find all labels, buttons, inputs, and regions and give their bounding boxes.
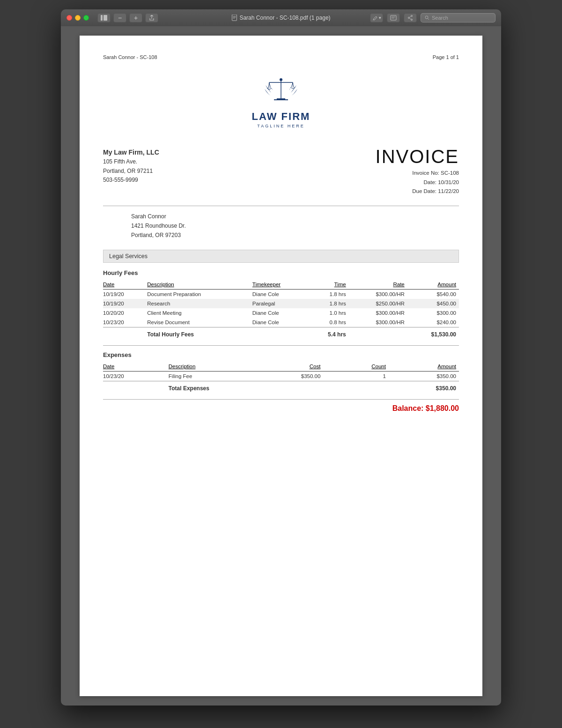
total-hourly-label: Total Hourly Fees xyxy=(147,327,310,340)
pdf-header: Sarah Connor - SC-108 Page 1 of 1 xyxy=(103,54,459,60)
col-time: Time xyxy=(310,280,349,290)
titlebar: − + Sarah Connor - SC-108.pdf (1 page) xyxy=(61,9,501,26)
col-timekeeper: Timekeeper xyxy=(252,280,310,290)
col-amount: Amount xyxy=(407,280,459,290)
billing-divider xyxy=(103,206,459,206)
total-expenses-label: Total Expenses xyxy=(169,381,330,394)
close-button[interactable] xyxy=(67,15,72,21)
firm-address1: 105 Fifth Ave. xyxy=(103,157,159,166)
pdf-page: Sarah Connor - SC-108 Page 1 of 1 xyxy=(80,36,482,696)
hourly-fees-title: Hourly Fees xyxy=(103,269,459,276)
page-number: Page 1 of 1 xyxy=(433,54,459,60)
svg-rect-0 xyxy=(101,15,103,21)
firm-legal-name: My Law Firm, LLC xyxy=(103,147,159,157)
billing-section: My Law Firm, LLC 105 Fifth Ave. Portland… xyxy=(103,147,459,196)
table-row: 10/19/20 Document Preparation Diane Cole… xyxy=(103,289,459,299)
exp-col-count: Count xyxy=(330,362,395,371)
invoice-date: Date: 10/31/20 xyxy=(376,178,459,187)
logo-section: LAW FIRM TAGLINE HERE xyxy=(103,69,459,128)
svg-rect-7 xyxy=(391,15,396,20)
exp-col-description: Description xyxy=(169,362,251,371)
tools-button[interactable] xyxy=(387,13,400,22)
svg-line-14 xyxy=(409,18,411,19)
svg-line-16 xyxy=(428,19,429,20)
app-window: − + Sarah Connor - SC-108.pdf (1 page) xyxy=(61,9,501,706)
invoice-title: INVOICE xyxy=(376,147,459,166)
firm-phone: 503-555-9999 xyxy=(103,176,159,185)
svg-point-11 xyxy=(408,17,410,19)
firm-tagline: TAGLINE HERE xyxy=(257,124,304,128)
balance-line: Balance: $1,880.00 xyxy=(103,399,459,413)
search-bar[interactable]: Search xyxy=(421,13,495,22)
total-hourly-time: 5.4 hrs xyxy=(310,327,349,340)
search-placeholder: Search xyxy=(432,15,448,21)
total-hourly-amount: $1,530.00 xyxy=(407,327,459,340)
svg-line-13 xyxy=(409,16,411,17)
sidebar-toggle-button[interactable] xyxy=(97,13,111,22)
svg-rect-24 xyxy=(277,98,285,99)
col-rate: Rate xyxy=(349,280,407,290)
svg-point-17 xyxy=(280,78,282,81)
svg-point-12 xyxy=(411,19,413,21)
expenses-table: Date Description Cost Count Amount 10/23… xyxy=(103,362,459,394)
exp-col-date: Date xyxy=(103,362,169,371)
svg-rect-1 xyxy=(104,15,107,21)
window-title: Sarah Connor - SC-108.pdf (1 page) xyxy=(231,15,330,21)
expenses-title: Expenses xyxy=(103,351,459,358)
balance-amount: Balance: $1,880.00 xyxy=(392,404,459,412)
svg-rect-2 xyxy=(232,15,237,21)
invoice-due: Due Date: 11/22/20 xyxy=(376,187,459,196)
pdf-area: Sarah Connor - SC-108 Page 1 of 1 xyxy=(61,26,501,706)
svg-rect-25 xyxy=(274,99,288,100)
client-address: Sarah Connor 1421 Roundhouse Dr. Portlan… xyxy=(131,212,459,240)
client-name: Sarah Connor xyxy=(131,212,459,221)
law-firm-logo-icon xyxy=(260,69,302,107)
table-row: 10/19/20 Research Paralegal 1.8 hrs $250… xyxy=(103,299,459,308)
section-header-bar: Legal Services xyxy=(103,250,459,263)
firm-address2: Portland, OR 97211 xyxy=(103,167,159,176)
exp-col-amount: Amount xyxy=(395,362,459,371)
fees-divider xyxy=(103,345,459,346)
svg-point-15 xyxy=(425,16,428,19)
client-address1: 1421 Roundhouse Dr. xyxy=(131,221,459,230)
firm-info: My Law Firm, LLC 105 Fifth Ave. Portland… xyxy=(103,147,159,185)
invoice-header: INVOICE Invoice No: SC-108 Date: 10/31/2… xyxy=(376,147,459,196)
titlebar-right-icons: ▾ xyxy=(370,13,495,22)
table-row: 10/20/20 Client Meeting Diane Cole 1.0 h… xyxy=(103,308,459,318)
zoom-out-button[interactable]: − xyxy=(113,13,126,22)
maximize-button[interactable] xyxy=(83,15,89,21)
firm-name-logo: LAW FIRM xyxy=(252,111,311,123)
share2-button[interactable] xyxy=(404,13,417,22)
col-description: Description xyxy=(147,280,252,290)
svg-point-10 xyxy=(411,15,413,17)
titlebar-left-icons: − + xyxy=(97,13,158,22)
zoom-in-button[interactable]: + xyxy=(129,13,142,22)
share-button[interactable] xyxy=(145,13,158,22)
client-address2: Portland, OR 97203 xyxy=(131,230,459,240)
invoice-details: Invoice No: SC-108 Date: 10/31/20 Due Da… xyxy=(376,169,459,196)
table-row: 10/23/20 Filing Fee $350.00 1 $350.00 xyxy=(103,371,459,381)
total-expenses-amount: $350.00 xyxy=(395,381,459,394)
hourly-fees-table: Date Description Timekeeper Time Rate Am… xyxy=(103,280,459,340)
minimize-button[interactable] xyxy=(75,15,81,21)
traffic-lights xyxy=(67,15,89,21)
exp-col-cost: Cost xyxy=(251,362,330,371)
table-row: 10/23/20 Revise Document Diane Cole 0.8 … xyxy=(103,318,459,327)
col-date: Date xyxy=(103,280,147,290)
invoice-number: Invoice No: SC-108 xyxy=(376,169,459,178)
svg-line-20 xyxy=(268,82,269,88)
svg-line-6 xyxy=(373,20,374,20)
doc-reference: Sarah Connor - SC-108 xyxy=(103,54,157,60)
annotate-button[interactable]: ▾ xyxy=(370,13,383,22)
